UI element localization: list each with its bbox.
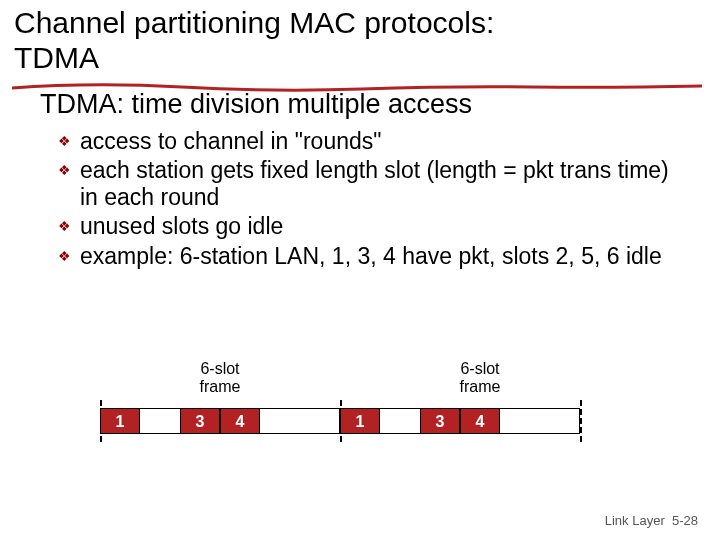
footer-section: Link Layer [605, 513, 665, 528]
slot-f1-1: 1 [100, 408, 140, 434]
tdma-diagram: 6-slot frame 6-slot frame 1 3 4 1 3 4 [100, 350, 620, 470]
frame-tick [580, 400, 582, 442]
bullet-item: ❖ unused slots go idle [58, 213, 680, 240]
diamond-bullet-icon: ❖ [58, 157, 80, 179]
bullet-text: example: 6-station LAN, 1, 3, 4 have pkt… [80, 243, 680, 270]
subtitle: TDMA: time division multiple access [0, 75, 720, 126]
frame-label-line2: frame [200, 378, 241, 395]
bullet-text: unused slots go idle [80, 213, 680, 240]
bullet-list: ❖ access to channel in "rounds" ❖ each s… [0, 128, 720, 270]
frame-label-line1: 6-slot [200, 360, 239, 377]
slide: Channel partitioning MAC protocols: TDMA… [0, 0, 720, 540]
slide-footer: Link Layer 5-28 [605, 513, 698, 528]
diamond-bullet-icon: ❖ [58, 128, 80, 150]
slot-f1-4: 4 [220, 408, 260, 434]
bullet-item: ❖ example: 6-station LAN, 1, 3, 4 have p… [58, 243, 680, 270]
frame-label-line2: frame [460, 378, 501, 395]
bullet-text: each station gets fixed length slot (len… [80, 157, 680, 211]
title-line-2: TDMA [14, 41, 99, 74]
slide-title: Channel partitioning MAC protocols: TDMA [0, 0, 720, 75]
slot-f2-1: 1 [340, 408, 380, 434]
diamond-bullet-icon: ❖ [58, 213, 80, 235]
frame-label-1: 6-slot frame [190, 360, 250, 395]
bullet-item: ❖ each station gets fixed length slot (l… [58, 157, 680, 211]
frame-label-2: 6-slot frame [450, 360, 510, 395]
frame-label-line1: 6-slot [460, 360, 499, 377]
title-line-1: Channel partitioning MAC protocols: [14, 6, 494, 39]
bullet-item: ❖ access to channel in "rounds" [58, 128, 680, 155]
slot-f1-3: 3 [180, 408, 220, 434]
bullet-text: access to channel in "rounds" [80, 128, 680, 155]
footer-page-number: 5-28 [672, 513, 698, 528]
slot-f2-3: 3 [420, 408, 460, 434]
diamond-bullet-icon: ❖ [58, 243, 80, 265]
slot-f2-4: 4 [460, 408, 500, 434]
